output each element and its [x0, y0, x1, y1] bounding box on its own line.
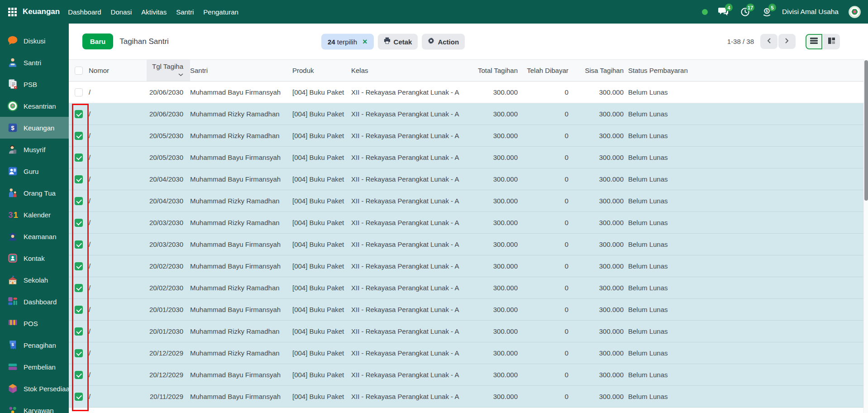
table-row[interactable]: /20/04/2030Muhammad Bayu Firmansyah[004]…	[69, 168, 863, 190]
column-header-santri[interactable]: Santri	[190, 60, 292, 82]
column-header-nomor[interactable]: Nomor	[89, 60, 147, 82]
row-checkbox[interactable]	[75, 306, 83, 314]
view-switcher	[806, 34, 840, 49]
table-row[interactable]: /20/01/2030Muhammad Rizky Ramadhan[004] …	[69, 321, 863, 342]
sidebar-item-pembelian[interactable]: Pembelian	[0, 356, 69, 378]
column-header-total-tagihan[interactable]: Total Tagihan	[460, 60, 520, 82]
list-view-button[interactable]	[806, 34, 822, 49]
nav-menu-dashboard[interactable]: Dashboard	[68, 8, 101, 16]
table-row[interactable]: /20/06/2030Muhammad Rizky Ramadhan[004] …	[69, 103, 863, 125]
sidebar-item-label: Kalender	[24, 211, 51, 219]
sidebar-item-kalender[interactable]: 31Kalender	[0, 204, 69, 226]
row-checkbox[interactable]	[75, 349, 83, 357]
action-button[interactable]: Action	[422, 34, 465, 49]
cell-tgl: 20/04/2030	[147, 168, 190, 190]
calendar-31-icon: 31	[7, 209, 19, 221]
sidebar-item-karyawan[interactable]: Karyawan	[0, 399, 69, 413]
row-checkbox[interactable]	[75, 154, 83, 162]
sidebar-item-musyrif[interactable]: Musyrif	[0, 139, 69, 160]
cell-nomor: /	[89, 168, 147, 190]
nav-menu-donasi[interactable]: Donasi	[111, 8, 132, 16]
sales-money-icon[interactable]: $5	[761, 6, 772, 17]
column-header-produk[interactable]: Produk	[292, 60, 351, 82]
row-checkbox[interactable]	[75, 88, 83, 96]
close-icon[interactable]: ×	[362, 38, 367, 46]
sidebar-item-diskusi[interactable]: Diskusi	[0, 30, 69, 52]
sidebar-item-dashboard[interactable]: Dashboard	[0, 291, 69, 312]
sidebar-item-penagihan[interactable]: $Penagihan	[0, 334, 69, 356]
nav-menu-aktivitas[interactable]: Aktivitas	[141, 8, 167, 16]
cell-nomor: /	[89, 255, 147, 277]
row-checkbox[interactable]	[75, 219, 83, 227]
cell-dibayar: 0	[520, 321, 574, 342]
table-row[interactable]: /20/05/2030Muhammad Bayu Firmansyah[004]…	[69, 147, 863, 168]
row-checkbox[interactable]	[75, 393, 83, 401]
sidebar-item-guru[interactable]: Guru	[0, 160, 69, 182]
kanban-view-button[interactable]	[823, 34, 840, 49]
table-row[interactable]: /20/11/2029Muhammad Bayu Firmansyah[004]…	[69, 386, 863, 408]
new-record-button[interactable]: Baru	[82, 34, 113, 49]
sidebar-item-pos[interactable]: POS	[0, 312, 69, 334]
table-row[interactable]: /20/06/2030Muhammad Bayu Firmansyah[004]…	[69, 82, 863, 103]
print-button-label: Cetak	[394, 38, 412, 45]
sidebar-item-sekolah[interactable]: Sekolah	[0, 269, 69, 291]
column-header-kelas[interactable]: Kelas	[351, 60, 460, 82]
cell-status: Belum Lunas	[625, 255, 715, 277]
cell-total: 300.000	[460, 255, 520, 277]
nav-menu-pengaturan[interactable]: Pengaturan	[203, 8, 238, 16]
row-checkbox[interactable]	[75, 132, 83, 140]
sort-desc-caret-icon	[178, 70, 183, 78]
cell-dibayar: 0	[520, 190, 574, 212]
column-header-telah-dibayar[interactable]: Telah Dibayar	[520, 60, 574, 82]
user-avatar[interactable]	[849, 6, 861, 18]
row-checkbox[interactable]	[75, 284, 83, 292]
table-row[interactable]: /20/12/2029Muhammad Rizky Ramadhan[004] …	[69, 342, 863, 364]
cell-total: 300.000	[460, 321, 520, 342]
row-checkbox[interactable]	[75, 197, 83, 205]
vertical-scrollbar[interactable]	[863, 59, 868, 413]
row-checkbox[interactable]	[75, 175, 83, 183]
app-brand[interactable]: Keuangan	[23, 7, 60, 16]
sidebar-item-psb[interactable]: PSB	[0, 73, 69, 95]
scrollbar-thumb[interactable]	[864, 60, 868, 201]
activity-clock-icon[interactable]: 17	[739, 6, 750, 17]
sidebar-item-keamanan[interactable]: Keamanan	[0, 226, 69, 247]
table-row[interactable]: /20/02/2030Muhammad Rizky Ramadhan[004] …	[69, 277, 863, 299]
sidebar-item-label: Penagihan	[24, 341, 56, 349]
table-row[interactable]: /20/05/2030Muhammad Rizky Ramadhan[004] …	[69, 125, 863, 147]
cell-santri: Muhammad Bayu Firmansyah	[190, 147, 292, 168]
pager-next-button[interactable]	[778, 34, 796, 49]
table-row[interactable]: /20/01/2030Muhammad Bayu Firmansyah[004]…	[69, 299, 863, 321]
table-row[interactable]: /20/03/2030Muhammad Bayu Firmansyah[004]…	[69, 234, 863, 255]
table-row[interactable]: /20/04/2030Muhammad Rizky Ramadhan[004] …	[69, 190, 863, 212]
pager-previous-button[interactable]	[760, 34, 777, 49]
column-header-sisa-tagihan[interactable]: Sisa Tagihan	[574, 60, 625, 82]
table-row[interactable]: /20/02/2030Muhammad Bayu Firmansyah[004]…	[69, 255, 863, 277]
finance-dollar-icon: $	[7, 122, 19, 134]
sidebar-item-keuangan[interactable]: $Keuangan	[0, 117, 69, 139]
table-row[interactable]: /20/03/2030Muhammad Rizky Ramadhan[004] …	[69, 212, 863, 234]
cell-produk: [004] Buku Paket	[292, 255, 351, 277]
sidebar-item-label: Karyawan	[24, 407, 54, 413]
messages-icon[interactable]: 4	[718, 6, 729, 17]
sidebar-item-kontak[interactable]: Kontak	[0, 247, 69, 269]
sidebar-item-orang-tua[interactable]: Orang Tua	[0, 182, 69, 204]
sidebar-item-kesantrian[interactable]: Kesantrian	[0, 95, 69, 117]
row-checkbox[interactable]	[75, 240, 83, 249]
mentor-icon	[7, 144, 19, 155]
row-checkbox[interactable]	[75, 327, 83, 336]
column-header-status-pembayaran[interactable]: Status Pembayaran	[625, 60, 715, 82]
row-checkbox[interactable]	[75, 371, 83, 379]
sidebar-item-santri[interactable]: Santri	[0, 52, 69, 73]
apps-grid-icon[interactable]	[7, 7, 17, 17]
column-header-tgl-tagiha[interactable]: Tgl Tagiha	[147, 60, 190, 82]
row-checkbox[interactable]	[75, 110, 83, 118]
print-button[interactable]: Cetak	[378, 34, 418, 49]
company-switcher[interactable]: Divisi Amal Usaha	[782, 8, 839, 16]
table-row[interactable]: /20/12/2029Muhammad Bayu Firmansyah[004]…	[69, 364, 863, 386]
nav-menu-santri[interactable]: Santri	[176, 8, 194, 16]
sidebar-item-stok-persediaan[interactable]: Stok Persediaan	[0, 378, 69, 399]
row-checkbox[interactable]	[75, 262, 83, 270]
select-all-checkbox[interactable]	[75, 67, 83, 75]
page-title: Tagihan Santri	[119, 37, 169, 46]
